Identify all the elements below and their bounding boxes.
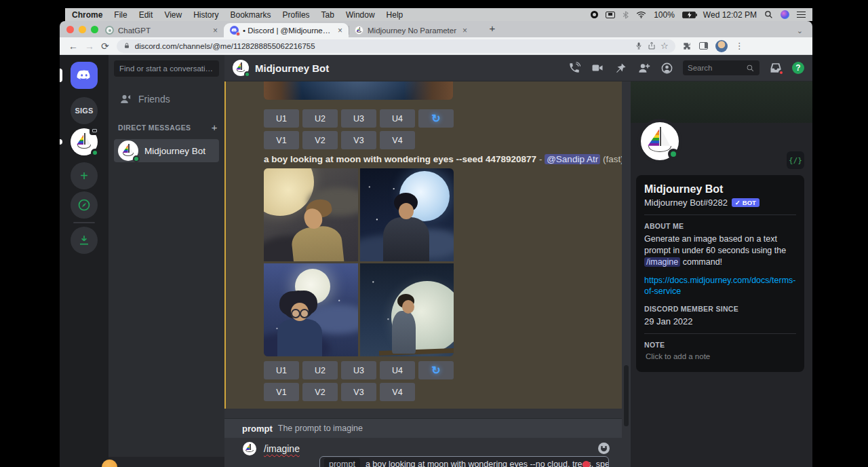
v1-button[interactable]: V1 bbox=[264, 131, 299, 149]
user-mention[interactable]: @Sandip Atr bbox=[545, 154, 600, 164]
download-apps-button[interactable] bbox=[71, 227, 98, 254]
user-profile-toggle-button[interactable] bbox=[660, 61, 673, 75]
voice-call-button[interactable] bbox=[568, 61, 581, 75]
new-tab-button[interactable]: + bbox=[486, 22, 499, 36]
close-tab-icon[interactable]: × bbox=[462, 26, 467, 35]
search-icon bbox=[746, 64, 755, 73]
v3-button[interactable]: V3 bbox=[341, 383, 376, 401]
v2-button[interactable]: V2 bbox=[302, 131, 338, 149]
menu-file[interactable]: File bbox=[114, 10, 127, 20]
menu-profiles[interactable]: Profiles bbox=[283, 10, 310, 20]
u3-button[interactable]: U3 bbox=[341, 361, 376, 379]
previous-image-grid-partial[interactable] bbox=[264, 81, 453, 100]
image-variant-4[interactable] bbox=[360, 263, 454, 356]
tab-search-chevron-icon[interactable]: ⌄ bbox=[797, 26, 803, 35]
divider bbox=[644, 333, 796, 334]
tab-discord[interactable]: • Discord | @Midjourney Bot × bbox=[224, 23, 349, 37]
forward-button[interactable]: → bbox=[85, 41, 94, 51]
wifi-icon[interactable] bbox=[636, 11, 646, 18]
v4-button[interactable]: V4 bbox=[380, 131, 415, 149]
chat-scrollbar[interactable] bbox=[622, 81, 631, 409]
tab-midjourney[interactable]: Midjourney No Parameter × bbox=[349, 23, 473, 37]
menu-view[interactable]: View bbox=[164, 10, 182, 20]
slash-commands-badge[interactable]: {/} bbox=[787, 151, 804, 169]
scrollbar-thumb[interactable] bbox=[624, 365, 629, 426]
screen-record-icon[interactable] bbox=[591, 11, 598, 18]
v4-button[interactable]: V4 bbox=[380, 383, 415, 401]
tab-chatgpt[interactable]: ChatGPT × bbox=[99, 23, 224, 37]
battery-percent: 100% bbox=[654, 10, 675, 20]
about-me-text: Generate an image based on a text prompt… bbox=[644, 234, 796, 268]
add-friends-to-dm-button[interactable] bbox=[637, 61, 650, 75]
profile-avatar[interactable] bbox=[715, 40, 728, 52]
generated-image-grid[interactable] bbox=[264, 168, 454, 356]
side-panel-icon[interactable] bbox=[699, 42, 708, 50]
control-center-icon[interactable] bbox=[797, 12, 806, 18]
discord-home-button[interactable] bbox=[71, 62, 98, 89]
profile-avatar[interactable] bbox=[637, 119, 682, 164]
close-tab-icon[interactable]: × bbox=[338, 26, 342, 35]
menubar-clock[interactable]: Wed 12:02 PM bbox=[703, 10, 757, 20]
v1-button[interactable]: V1 bbox=[264, 383, 299, 401]
display-icon[interactable] bbox=[606, 12, 615, 18]
pin-messages-button[interactable] bbox=[614, 61, 627, 75]
discord-app: SIGS + Find or start a conversation bbox=[60, 55, 812, 467]
online-status-dot bbox=[668, 149, 679, 160]
note-input[interactable]: Click to add a note bbox=[644, 352, 796, 360]
back-button[interactable]: ← bbox=[68, 41, 78, 51]
reroll-button[interactable]: ↻ bbox=[418, 361, 454, 379]
menu-edit[interactable]: Edit bbox=[139, 10, 153, 20]
close-window-button[interactable] bbox=[66, 26, 74, 33]
minimize-window-button[interactable] bbox=[79, 26, 86, 33]
u2-button[interactable]: U2 bbox=[302, 361, 338, 379]
browser-menu-icon[interactable]: ⋮ bbox=[735, 41, 744, 51]
zoom-window-button[interactable] bbox=[91, 26, 98, 33]
v3-button[interactable]: V3 bbox=[341, 131, 376, 149]
sidebar-item-friends[interactable]: Friends bbox=[114, 90, 219, 108]
terms-of-service-link[interactable]: https://docs.midjourney.com/docs/terms-o… bbox=[644, 275, 796, 297]
inbox-button[interactable] bbox=[769, 61, 783, 75]
u4-button[interactable]: U4 bbox=[380, 109, 415, 128]
reload-button[interactable]: ⟳ bbox=[101, 41, 109, 51]
v2-button[interactable]: V2 bbox=[302, 383, 338, 401]
u2-button[interactable]: U2 bbox=[302, 109, 338, 128]
video-call-button[interactable] bbox=[591, 61, 604, 75]
address-bar[interactable]: discord.com/channels/@me/112828885506221… bbox=[117, 39, 675, 53]
close-tab-icon[interactable]: × bbox=[213, 26, 218, 35]
server-icon-sigs[interactable]: SIGS bbox=[71, 97, 98, 124]
explore-servers-button[interactable] bbox=[71, 191, 98, 219]
midjourney-dm-rail-avatar[interactable] bbox=[71, 128, 98, 155]
bluetooth-icon[interactable] bbox=[623, 11, 629, 19]
bookmark-star-icon[interactable]: ☆ bbox=[660, 41, 669, 50]
help-button[interactable]: ? bbox=[792, 62, 804, 74]
dm-item-midjourney-bot[interactable]: Midjourney Bot bbox=[114, 139, 219, 162]
microphone-icon[interactable] bbox=[635, 41, 643, 50]
chat-search-input[interactable]: Search bbox=[683, 60, 760, 75]
imagine-command-chip: /imagine bbox=[644, 257, 680, 267]
midjourney-avatar bbox=[243, 442, 256, 455]
reroll-button[interactable]: ↻ bbox=[418, 109, 454, 128]
menu-chrome[interactable]: Chrome bbox=[72, 10, 102, 20]
u1-button[interactable]: U1 bbox=[264, 361, 299, 379]
profile-card: Midjourney Bot Midjourney Bot#9282 ✓BOT … bbox=[636, 175, 804, 372]
menu-window[interactable]: Window bbox=[346, 10, 375, 20]
prompt-input[interactable]: prompt a boy looking at moon with wonder… bbox=[319, 456, 609, 467]
menu-tab[interactable]: Tab bbox=[321, 10, 334, 20]
menu-bookmarks[interactable]: Bookmarks bbox=[231, 10, 271, 20]
spotlight-search-icon[interactable] bbox=[764, 10, 773, 19]
u1-button[interactable]: U1 bbox=[264, 109, 299, 128]
menu-history[interactable]: History bbox=[193, 10, 218, 20]
extensions-puzzle-icon[interactable] bbox=[682, 41, 692, 51]
conversation-search-button[interactable]: Find or start a conversation bbox=[114, 60, 219, 77]
share-icon[interactable] bbox=[648, 41, 656, 50]
siri-icon[interactable] bbox=[781, 10, 789, 19]
u3-button[interactable]: U3 bbox=[341, 109, 376, 128]
add-server-button[interactable]: + bbox=[71, 162, 98, 189]
create-dm-icon[interactable]: + bbox=[212, 122, 218, 133]
image-variant-1[interactable] bbox=[264, 168, 358, 261]
emoji-picker-icon[interactable] bbox=[598, 443, 610, 454]
menu-help[interactable]: Help bbox=[387, 10, 403, 20]
image-variant-3[interactable] bbox=[264, 263, 358, 356]
image-variant-2[interactable] bbox=[360, 168, 454, 261]
u4-button[interactable]: U4 bbox=[380, 361, 415, 379]
